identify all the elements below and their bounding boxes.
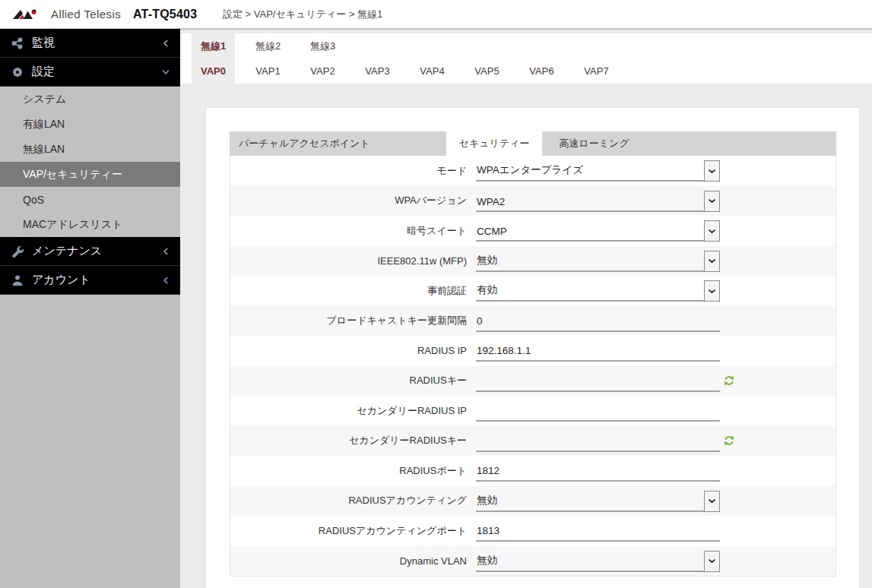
- form-row-mfp: IEEE802.11w (MFP)無効: [230, 246, 836, 277]
- breadcrumb: 設定 > VAP/セキュリティー > 無線1: [223, 0, 382, 28]
- vap-tab-row: VAP0VAP1VAP2VAP3VAP4VAP5VAP6VAP7: [180, 58, 872, 84]
- regenerate-key-button[interactable]: [723, 375, 735, 387]
- input-wrap-broadcast-key-interval: [476, 308, 720, 332]
- field-label-pre-auth: 事前認証: [230, 276, 476, 306]
- select-dropdown-button[interactable]: [704, 491, 720, 512]
- chevron-left-icon: [162, 248, 170, 255]
- sidebar-item-account[interactable]: アカウント: [0, 266, 180, 295]
- sidebar-subitem-qos[interactable]: QoS: [0, 187, 180, 212]
- form-row-radius-accounting-port: RADIUSアカウンティングポート: [230, 516, 836, 546]
- select-cipher-suite[interactable]: CCMP: [476, 218, 720, 242]
- field-value-cell: [476, 516, 836, 546]
- form-row-mode: モードWPAエンタープライズ: [230, 156, 836, 186]
- refresh-icon: [723, 375, 735, 387]
- sidebar-item-label: 設定: [32, 65, 162, 79]
- sidebar-subitem-system[interactable]: システム: [0, 87, 180, 112]
- sidebar-subitem-wired-lan[interactable]: 有線LAN: [0, 112, 180, 137]
- sidebar-subitem-mac-address-list[interactable]: MACアドレスリスト: [0, 212, 180, 237]
- form-row-secondary-radius-key: セカンダリーRADIUSキー: [230, 426, 836, 457]
- sidebar-item-label: メンテナンス: [32, 244, 162, 258]
- panel-tab-fast-roaming[interactable]: 高速ローミング: [550, 131, 638, 156]
- form-row-cipher-suite: 暗号スイートCCMP: [230, 216, 836, 246]
- sidebar-subitem-wireless-lan[interactable]: 無線LAN: [0, 137, 180, 162]
- input-radius-accounting-port[interactable]: [476, 518, 720, 540]
- field-label-mode: モード: [230, 156, 476, 186]
- field-value-cell: 無効: [476, 486, 836, 517]
- select-value: 無効: [476, 494, 498, 511]
- gear-icon: [11, 66, 24, 78]
- input-radius-key[interactable]: [476, 368, 720, 390]
- sidebar-filler: [0, 295, 180, 588]
- field-label-radius-port: RADIUSポート: [230, 456, 476, 486]
- select-value: WPA2: [476, 196, 506, 210]
- select-dropdown-button[interactable]: [704, 160, 720, 182]
- panel-tab-virtual-access-point[interactable]: バーチャルアクセスポイント: [230, 131, 379, 156]
- tab-vap7[interactable]: VAP7: [575, 58, 618, 84]
- field-label-secondary-radius-key: セカンダリーRADIUSキー: [230, 426, 476, 457]
- select-dropdown-button[interactable]: [704, 220, 720, 242]
- field-label-secondary-radius-ip: セカンダリーRADIUS IP: [230, 396, 476, 426]
- input-wrap-radius-ip: [476, 338, 720, 362]
- select-dropdown-button[interactable]: [704, 191, 720, 212]
- form-row-radius-key: RADIUSキー: [230, 366, 836, 397]
- input-radius-ip[interactable]: [476, 338, 720, 360]
- sidebar-item-label: アカウント: [32, 273, 162, 287]
- select-dynamic-vlan[interactable]: 無効: [476, 548, 720, 572]
- gear-icon: [11, 66, 24, 78]
- input-secondary-radius-ip[interactable]: [476, 398, 720, 420]
- sidebar-subitem-vap-security[interactable]: VAP/セキュリティー: [0, 162, 180, 187]
- sidebar-item-maintenance[interactable]: メンテナンス: [0, 237, 180, 266]
- tab-vap4[interactable]: VAP4: [411, 58, 454, 84]
- field-value-cell: [476, 396, 836, 426]
- tab-vap5[interactable]: VAP5: [465, 58, 509, 84]
- tab-vap1[interactable]: VAP1: [246, 58, 290, 84]
- select-wpa-version[interactable]: WPA2: [476, 188, 720, 212]
- panel-tab-security[interactable]: セキュリティー: [446, 131, 543, 156]
- sidebar-item-label: 監視: [32, 36, 162, 50]
- regenerate-key-button[interactable]: [723, 435, 735, 447]
- input-broadcast-key-interval[interactable]: [476, 308, 720, 330]
- tab-radio1[interactable]: 無線1: [192, 33, 235, 58]
- sidebar-item-settings[interactable]: 設定: [0, 58, 180, 87]
- tab-vap3[interactable]: VAP3: [356, 58, 399, 84]
- chevron-left-icon: [162, 248, 170, 255]
- select-value: WPAエンタープライズ: [476, 163, 584, 180]
- chevron-down-icon: [708, 558, 716, 564]
- sidebar-item-monitoring[interactable]: 監視: [0, 29, 180, 58]
- wrench-icon: [11, 245, 24, 258]
- form-row-broadcast-key-interval: ブロードキャストキー更新間隔: [230, 306, 836, 337]
- security-form: モードWPAエンタープライズWPAバージョンWPA2暗号スイートCCMPIEEE…: [230, 156, 836, 577]
- field-label-cipher-suite: 暗号スイート: [230, 216, 476, 246]
- form-row-secondary-radius-ip: セカンダリーRADIUS IP: [230, 396, 836, 426]
- sidebar: 監視 設定システム有線LAN無線LANVAP/セキュリティーQoSMACアドレス…: [0, 29, 180, 588]
- tab-radio3[interactable]: 無線3: [301, 33, 344, 58]
- select-dropdown-button[interactable]: [704, 551, 720, 572]
- chevron-left-icon: [162, 40, 170, 47]
- select-mode[interactable]: WPAエンタープライズ: [476, 158, 720, 182]
- field-label-radius-key: RADIUSキー: [230, 366, 476, 397]
- field-value-cell: 無効: [476, 546, 836, 577]
- allied-telesis-mark: [12, 8, 47, 21]
- select-dropdown-button[interactable]: [704, 280, 720, 302]
- chevron-left-icon: [162, 277, 170, 284]
- chevron-down-icon: [708, 498, 716, 504]
- chevron-down-icon: [708, 258, 716, 264]
- select-value: 無効: [476, 554, 498, 571]
- input-secondary-radius-key[interactable]: [476, 428, 720, 450]
- tab-vap2[interactable]: VAP2: [301, 58, 344, 84]
- tab-vap0[interactable]: VAP0: [192, 58, 235, 84]
- select-mfp[interactable]: 無効: [476, 248, 720, 272]
- field-label-radius-ip: RADIUS IP: [230, 336, 476, 366]
- tab-vap6[interactable]: VAP6: [520, 58, 563, 84]
- radio-tab-row: 無線1無線2無線3: [180, 33, 872, 58]
- input-radius-port[interactable]: [476, 458, 720, 480]
- tab-spacer: [379, 131, 446, 156]
- form-row-radius-accounting: RADIUSアカウンティング無効: [230, 486, 836, 517]
- field-label-dynamic-vlan: Dynamic VLAN: [230, 546, 476, 577]
- form-row-radius-port: RADIUSポート: [230, 456, 836, 486]
- tab-radio2[interactable]: 無線2: [246, 33, 290, 58]
- select-radius-accounting[interactable]: 無効: [476, 488, 720, 512]
- select-pre-auth[interactable]: 有効: [476, 278, 720, 302]
- select-dropdown-button[interactable]: [704, 251, 720, 272]
- chevron-down-icon: [162, 68, 170, 76]
